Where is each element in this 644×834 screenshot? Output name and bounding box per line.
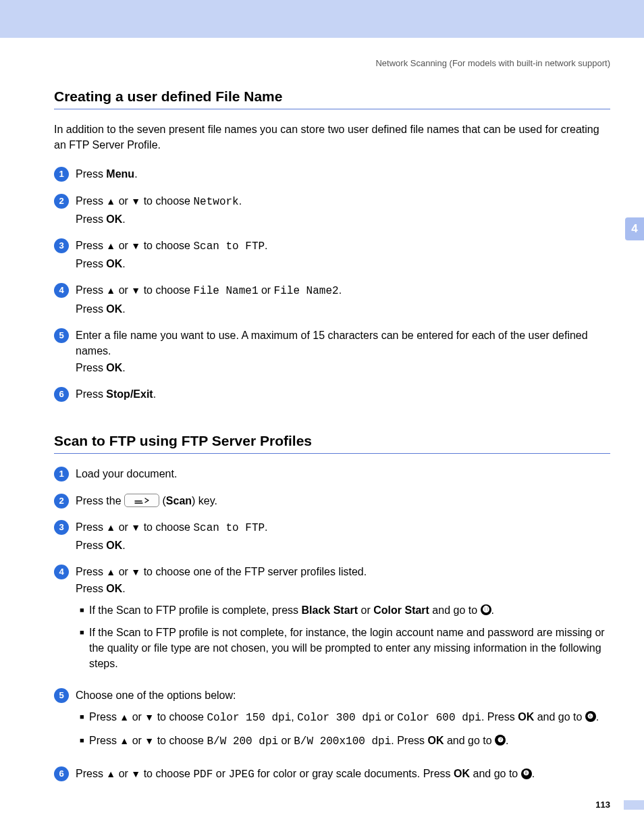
ref-8-icon: ❽ [521, 768, 532, 779]
ref-11-icon: ⓫ [481, 604, 491, 615]
section-title-2: Scan to FTP using FTP Server Profiles [54, 433, 610, 454]
s1-step4: 4 Press ▲ or ▼ to choose File Name1 or F… [54, 282, 610, 317]
s1-step5: 5 Enter a file name you want to use. A m… [54, 328, 610, 377]
bullet-icon: ■ [80, 735, 89, 746]
s2-step2: 2 Press the (Scan) key. [54, 493, 610, 510]
ref-7-icon: ❼ [495, 735, 506, 746]
down-arrow-icon: ▼ [131, 567, 140, 577]
step-bullet: 3 [54, 520, 69, 535]
down-arrow-icon: ▼ [131, 285, 140, 296]
section-title-1: Creating a user defined File Name [54, 88, 610, 109]
s2-step6: 6 Press ▲ or ▼ to choose PDF or JPEG for… [54, 766, 610, 784]
bullet-icon: ■ [80, 627, 89, 638]
s2-step5: 5 Choose one of the options below: ■Pres… [54, 687, 610, 756]
s1-step6: 6 Press Stop/Exit. [54, 386, 610, 403]
down-arrow-icon: ▼ [131, 768, 140, 779]
step-bullet: 1 [54, 167, 69, 182]
ref-6-icon: ❻ [585, 711, 596, 722]
step-bullet: 5 [54, 328, 69, 343]
up-arrow-icon: ▲ [106, 240, 115, 251]
step-bullet: 5 [54, 688, 69, 703]
up-arrow-icon: ▲ [119, 712, 129, 723]
step-bullet: 6 [54, 766, 69, 781]
header-bar [0, 0, 644, 38]
s2-step4: 4 Press ▲ or ▼ to choose one of the FTP … [54, 564, 610, 678]
s1-step2: 2 Press ▲ or ▼ to choose Network. Press … [54, 193, 610, 228]
up-arrow-icon: ▲ [106, 567, 115, 577]
s2-step3: 3 Press ▲ or ▼ to choose Scan to FTP. Pr… [54, 519, 610, 554]
up-arrow-icon: ▲ [106, 768, 115, 779]
down-arrow-icon: ▼ [144, 712, 154, 723]
step-bullet: 1 [54, 467, 69, 481]
step-bullet: 6 [54, 387, 69, 402]
up-arrow-icon: ▲ [106, 522, 115, 533]
down-arrow-icon: ▼ [131, 196, 140, 207]
scan-key-icon [124, 494, 159, 507]
chapter-tab: 4 [625, 217, 644, 240]
step-bullet: 3 [54, 238, 69, 253]
s1-step3: 3 Press ▲ or ▼ to choose Scan to FTP. Pr… [54, 238, 610, 273]
bullet-icon: ■ [80, 712, 89, 723]
step-bullet: 4 [54, 283, 69, 298]
step-bullet: 4 [54, 565, 69, 579]
page-number: 113 [595, 800, 610, 810]
down-arrow-icon: ▼ [131, 522, 140, 533]
up-arrow-icon: ▲ [106, 285, 115, 296]
up-arrow-icon: ▲ [106, 196, 115, 207]
step-bullet: 2 [54, 494, 69, 509]
section1-intro: In addition to the seven present file na… [54, 122, 610, 153]
s2-step1: 1 Load your document. [54, 466, 610, 483]
down-arrow-icon: ▼ [144, 735, 154, 746]
down-arrow-icon: ▼ [131, 240, 140, 251]
step-bullet: 2 [54, 194, 69, 209]
up-arrow-icon: ▲ [119, 735, 129, 746]
page-accent [624, 800, 644, 810]
breadcrumb: Network Scanning (For models with built-… [0, 38, 644, 68]
bullet-icon: ■ [80, 605, 89, 616]
s1-step1: 1 Press Menu. [54, 166, 610, 183]
page-content: Creating a user defined File Name In add… [0, 68, 644, 784]
